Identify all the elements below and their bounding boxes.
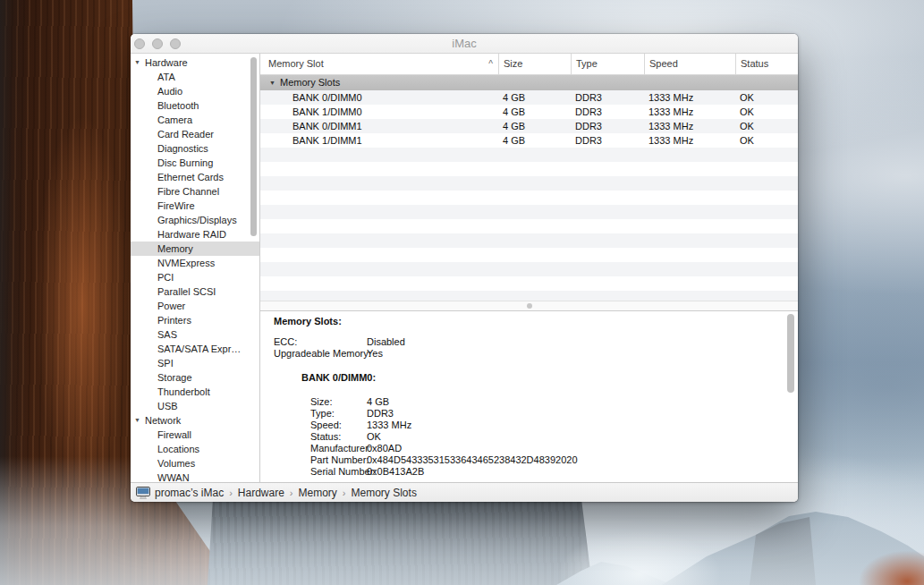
detail-label: Speed: <box>310 420 367 431</box>
sidebar-item-graphics-displays[interactable]: Graphics/Displays <box>131 213 259 227</box>
detail-value: DDR3 <box>367 408 394 420</box>
table-row[interactable]: BANK 0/DIMM04 GBDDR31333 MHzOK <box>260 90 798 105</box>
sidebar-item-power[interactable]: Power <box>131 299 259 313</box>
table-cell: 1333 MHz <box>644 119 735 133</box>
table-row[interactable]: BANK 1/DIMM14 GBDDR31333 MHzOK <box>260 133 798 148</box>
detail-row: Type:DDR3 <box>310 408 798 420</box>
sidebar-item-volumes[interactable]: Volumes <box>131 456 259 471</box>
column-header-type[interactable]: Type <box>571 54 644 74</box>
breadcrumb-item-memory[interactable]: Memory <box>299 487 337 499</box>
table-cell: 4 GB <box>498 90 571 105</box>
sidebar-item-label: SPI <box>131 356 259 370</box>
sidebar-item-fibre-channel[interactable]: Fibre Channel <box>131 184 259 199</box>
imac-computer-icon <box>136 487 150 499</box>
table-cell: BANK 0/DIMM0 <box>260 90 498 105</box>
sidebar-section-hardware[interactable]: ▼Hardware <box>131 55 259 70</box>
sidebar-item-sata-sata-expr[interactable]: SATA/SATA Expr… <box>131 342 259 356</box>
sidebar-item-thunderbolt[interactable]: Thunderbolt <box>131 385 259 399</box>
table-group-row[interactable]: ▼ Memory Slots <box>260 75 798 90</box>
sidebar-item-ethernet-cards[interactable]: Ethernet Cards <box>131 170 259 184</box>
column-header-label: Speed <box>649 58 678 69</box>
detail-row: Status:OK <box>310 431 798 443</box>
breadcrumb: promac’s iMac›Hardware›Memory›Memory Slo… <box>155 487 417 499</box>
sidebar-item-firewall[interactable]: Firewall <box>131 428 259 442</box>
detail-bank-heading: BANK 0/DIMM0: <box>274 372 798 384</box>
table-cell: 1333 MHz <box>644 105 735 119</box>
breadcrumb-item-memory-slots[interactable]: Memory Slots <box>352 487 417 499</box>
breadcrumb-separator: › <box>343 488 346 498</box>
table-cell: OK <box>735 90 798 105</box>
sidebar-item-label: Ethernet Cards <box>131 170 259 184</box>
sidebar-item-firewire[interactable]: FireWire <box>131 199 259 213</box>
table-cell: 1333 MHz <box>644 90 735 105</box>
breadcrumb-item-promac-s-imac[interactable]: promac’s iMac <box>155 487 224 499</box>
sidebar-item-label: USB <box>131 399 259 413</box>
sidebar-item-storage[interactable]: Storage <box>131 370 259 385</box>
sidebar-item-label: Parallel SCSI <box>131 284 259 299</box>
sidebar-item-label: SATA/SATA Expr… <box>131 342 259 356</box>
disclosure-triangle-icon[interactable]: ▼ <box>269 75 276 90</box>
sidebar-item-locations[interactable]: Locations <box>131 442 259 456</box>
sidebar-item-nvmexpress[interactable]: NVMExpress <box>131 256 259 270</box>
sidebar-section-network[interactable]: ▼Network <box>131 413 259 428</box>
detail-row: ECC:Disabled <box>274 336 798 348</box>
titlebar[interactable]: iMac <box>131 34 798 54</box>
table-cell: OK <box>735 105 798 119</box>
detail-value: 0x0B413A2B <box>367 466 424 478</box>
table-cell: 4 GB <box>498 133 571 148</box>
column-header-status[interactable]: Status <box>735 54 798 74</box>
table-cell: 4 GB <box>498 119 571 133</box>
sidebar-item-hardware-raid[interactable]: Hardware RAID <box>131 227 259 242</box>
sidebar-item-label: Card Reader <box>131 127 259 141</box>
sidebar-scrollbar-thumb[interactable] <box>250 57 257 236</box>
detail-row: Speed:1333 MHz <box>310 420 798 431</box>
sidebar-item-wwan[interactable]: WWAN <box>131 471 259 482</box>
detail-row: Serial Number:0x0B413A2B <box>310 466 798 478</box>
sidebar-item-label: WWAN <box>131 471 259 482</box>
sidebar-item-label: Hardware RAID <box>131 227 259 242</box>
sidebar-item-label: Disc Burning <box>131 156 259 170</box>
splitter-handle-icon <box>527 303 532 309</box>
table-cell: BANK 1/DIMM0 <box>260 105 498 119</box>
sidebar-item-label: FireWire <box>131 199 259 213</box>
sidebar-item-disc-burning[interactable]: Disc Burning <box>131 156 259 170</box>
detail-label: Manufacturer: <box>310 443 367 454</box>
table-cell: 4 GB <box>498 105 571 119</box>
sidebar-item-parallel-scsi[interactable]: Parallel SCSI <box>131 284 259 299</box>
sidebar-item-diagnostics[interactable]: Diagnostics <box>131 141 259 156</box>
sidebar-item-usb[interactable]: USB <box>131 399 259 413</box>
column-header-label: Status <box>741 58 768 69</box>
sidebar-item-ata[interactable]: ATA <box>131 70 259 84</box>
sidebar-item-audio[interactable]: Audio <box>131 84 259 98</box>
column-header-label: Type <box>576 58 598 69</box>
sidebar-item-camera[interactable]: Camera <box>131 113 259 127</box>
detail-scrollbar-thumb[interactable] <box>787 314 794 393</box>
sidebar-item-spi[interactable]: SPI <box>131 356 259 370</box>
column-header-size[interactable]: Size <box>498 54 571 74</box>
sidebar-item-sas[interactable]: SAS <box>131 327 259 342</box>
status-bar: promac’s iMac›Hardware›Memory›Memory Slo… <box>131 482 798 502</box>
sidebar-item-label: PCI <box>131 270 259 284</box>
table-row[interactable]: BANK 0/DIMM14 GBDDR31333 MHzOK <box>260 119 798 133</box>
table-row[interactable]: BANK 1/DIMM04 GBDDR31333 MHzOK <box>260 105 798 119</box>
table-cell: BANK 0/DIMM1 <box>260 119 498 133</box>
sidebar-item-label: Graphics/Displays <box>131 213 259 227</box>
detail-content: Memory Slots: ECC:DisabledUpgradeable Me… <box>260 311 798 478</box>
sidebar-item-card-reader[interactable]: Card Reader <box>131 127 259 141</box>
column-header-memory-slot[interactable]: Memory Slot^ <box>260 54 498 74</box>
detail-value: 0x484D54333531533643465238432D48392020 <box>367 454 578 466</box>
sidebar-item-label: Locations <box>131 442 259 456</box>
table-cell: OK <box>735 119 798 133</box>
sidebar-item-memory[interactable]: Memory <box>131 242 259 256</box>
table-cell: OK <box>735 133 798 148</box>
detail-value: Disabled <box>367 336 405 348</box>
sidebar-item-label: Storage <box>131 370 259 385</box>
sidebar-item-bluetooth[interactable]: Bluetooth <box>131 98 259 113</box>
sidebar-item-printers[interactable]: Printers <box>131 313 259 327</box>
sidebar-item-pci[interactable]: PCI <box>131 270 259 284</box>
sidebar-item-label: Audio <box>131 84 259 98</box>
column-header-speed[interactable]: Speed <box>644 54 735 74</box>
sidebar-item-label: ATA <box>131 70 259 84</box>
breadcrumb-item-hardware[interactable]: Hardware <box>238 487 284 499</box>
pane-splitter[interactable] <box>260 301 798 311</box>
